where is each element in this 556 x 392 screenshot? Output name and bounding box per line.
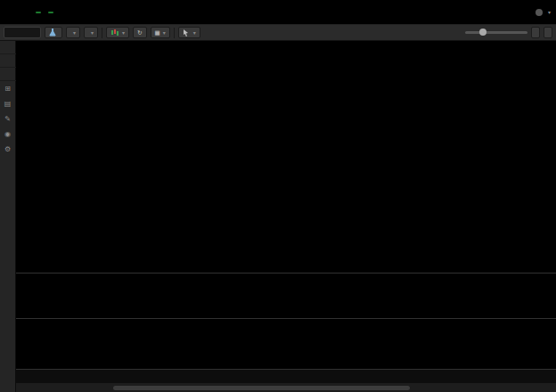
- account-avatar-icon: [536, 9, 543, 16]
- chevron-down-icon: ▾: [73, 29, 76, 36]
- horizontal-scrollbar[interactable]: [16, 383, 556, 392]
- stochastic-title: [20, 274, 38, 281]
- time-axis[interactable]: [16, 369, 556, 383]
- symbol-input[interactable]: [4, 27, 41, 38]
- refresh-button[interactable]: ↻: [133, 27, 146, 38]
- ask-button[interactable]: [48, 12, 53, 13]
- chart-toolbar: ▾ ▾ ▾ ↻ ▦ ▾ ▾: [0, 25, 556, 41]
- cursor-icon: [183, 29, 189, 37]
- grid-icon: ▦: [155, 29, 160, 37]
- sidebar-tab-activity[interactable]: [0, 68, 16, 81]
- chevron-down-icon: ▾: [163, 29, 166, 36]
- zoom-slider-handle[interactable]: [479, 29, 487, 36]
- accounts-menu[interactable]: ▾: [536, 9, 551, 16]
- price-pane[interactable]: [16, 41, 556, 273]
- stochastic-pane[interactable]: [16, 274, 556, 318]
- trading-app: ▾ ▾ ▾ ▾ ↻ ▦ ▾: [0, 0, 556, 392]
- watchlist-icon[interactable]: ▤: [4, 96, 12, 111]
- drawing-tool-dropdown[interactable]: ▾: [178, 27, 200, 38]
- chevron-down-icon: ▾: [91, 29, 94, 36]
- chevron-down-icon: ▾: [548, 9, 551, 15]
- stochastic-canvas[interactable]: [16, 274, 556, 318]
- chevron-down-icon: ▾: [122, 29, 125, 36]
- ask-stat: [48, 12, 53, 13]
- bid-stat: [36, 12, 41, 13]
- macd-canvas[interactable]: [16, 319, 556, 369]
- header: ▾: [0, 0, 556, 25]
- draw-icon[interactable]: ✎: [4, 111, 11, 127]
- grid-layout-dropdown[interactable]: ▦ ▾: [151, 27, 170, 38]
- macd-pane[interactable]: [16, 319, 556, 369]
- users-icon[interactable]: ◉: [4, 127, 11, 142]
- sidebar-tab-trade[interactable]: [0, 54, 16, 68]
- candle-style-icon: [110, 29, 119, 37]
- gear-icon[interactable]: ⚙: [4, 142, 11, 157]
- chevron-down-icon: ▾: [193, 29, 196, 36]
- indicators-button[interactable]: [45, 27, 62, 38]
- sidebar-tab-positions[interactable]: [0, 41, 16, 54]
- price-chart-canvas[interactable]: [16, 41, 556, 273]
- timeframe-dropdown[interactable]: ▾: [66, 27, 80, 38]
- zoom-slider[interactable]: [465, 31, 527, 34]
- chart-region: [16, 41, 556, 392]
- macd-title: [20, 320, 38, 326]
- refresh-icon: ↻: [137, 29, 142, 37]
- bid-button[interactable]: [36, 12, 41, 13]
- left-sidebar: ⊞ ▤ ✎ ◉ ⚙: [0, 41, 16, 392]
- save-button[interactable]: [531, 27, 540, 38]
- calculator-icon[interactable]: ⊞: [4, 81, 11, 96]
- chart-style-button[interactable]: ▾: [106, 27, 129, 38]
- beaker-icon: [49, 29, 56, 37]
- load-button[interactable]: [544, 27, 552, 38]
- scrollbar-thumb[interactable]: [113, 386, 410, 390]
- aggregation-dropdown[interactable]: ▾: [84, 27, 98, 38]
